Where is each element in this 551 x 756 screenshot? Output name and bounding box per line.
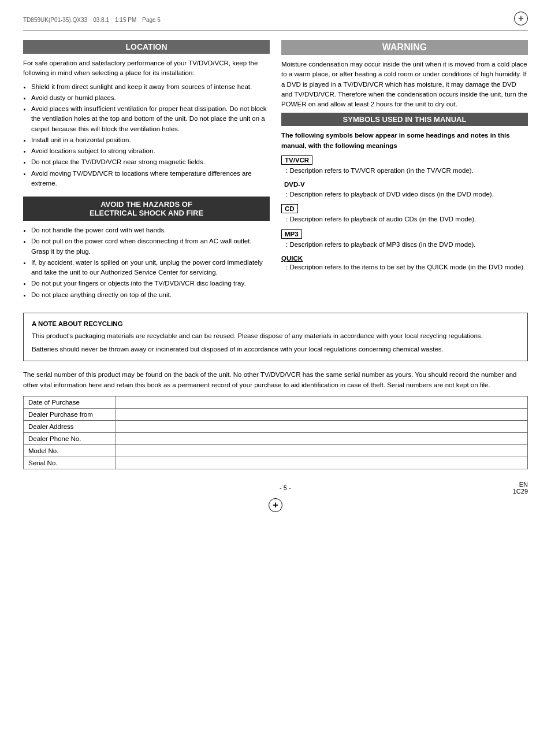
symbol-desc-tvcr: : Description refers to TV/VCR operation…	[281, 166, 528, 176]
table-cell-label: Dealer Address	[24, 421, 116, 433]
symbol-tag-cd: CD	[281, 204, 298, 213]
footer-page-number: - 5 -	[58, 484, 513, 491]
symbol-tvcr: TV/VCR : Description refers to TV/VCR op…	[281, 155, 528, 176]
list-item: Avoid locations subject to strong vibrat…	[31, 146, 270, 156]
symbols-header: SYMBOLS USED IN THIS MANUAL	[281, 113, 528, 126]
symbol-desc-dvd: : Description refers to playback of DVD …	[281, 190, 528, 199]
list-item: Shield it from direct sunlight and keep …	[31, 82, 270, 92]
list-item: Do not put your fingers or objects into …	[31, 279, 270, 288]
main-two-col: LOCATION For safe operation and satisfac…	[23, 40, 528, 303]
hazard-header-line1: AVOID THE HAZARDS OF	[100, 200, 192, 209]
crosshair-top-right: +	[514, 12, 528, 25]
table-row: Dealer Purchase from	[24, 409, 528, 421]
col-right: WARNING Moisture condensation may occur …	[281, 40, 528, 303]
crosshair-bottom: +	[23, 498, 528, 512]
symbol-tag-tvcr: TV/VCR	[281, 155, 312, 165]
hazard-header-line2: ELECTRICAL SHOCK AND FIRE	[90, 209, 203, 217]
list-item: If, by accident, water is spilled on you…	[31, 258, 270, 278]
table-cell-label: Dealer Purchase from	[24, 409, 116, 421]
table-row: Serial No.	[24, 457, 528, 469]
recycling-title: A NOTE ABOUT RECYCLING	[32, 319, 519, 329]
symbol-desc-quick: : Description refers to the items to be …	[281, 262, 528, 272]
table-cell-value	[116, 445, 528, 457]
warning-text: Moisture condensation may occur inside t…	[281, 60, 528, 109]
serial-text: The serial number of this product may be…	[23, 369, 528, 391]
symbol-tag-quick: QUICK	[281, 255, 303, 262]
crosshair-icon-top: +	[514, 12, 528, 25]
page-label: Page 5	[142, 17, 161, 23]
footer-right: EN 1C29	[513, 481, 528, 495]
time: 1:15 PM	[115, 17, 136, 23]
list-item: Do not place anything directly on top of…	[31, 290, 270, 300]
symbols-intro: The following symbols below appear in so…	[281, 131, 528, 151]
page: TD859UK(P01-35).QX33 03.8.1 1:15 PM Page…	[0, 0, 551, 756]
list-item: Avoid places with insufficient ventilati…	[31, 104, 270, 134]
location-header: LOCATION	[23, 40, 270, 54]
location-bullets: Shield it from direct sunlight and keep …	[23, 82, 270, 189]
table-row: Date of Purchase	[24, 396, 528, 409]
recycling-box: A NOTE ABOUT RECYCLING This product's pa…	[23, 313, 528, 361]
footer-code: 1C29	[513, 488, 528, 495]
table-cell-label: Model No.	[24, 445, 116, 457]
info-table-body: Date of PurchaseDealer Purchase fromDeal…	[24, 396, 528, 469]
symbol-tag-dvd: DVD-V	[281, 180, 308, 188]
table-row: Model No.	[24, 445, 528, 457]
table-cell-value	[116, 421, 528, 433]
table-cell-label: Date of Purchase	[24, 396, 116, 409]
table-cell-value	[116, 396, 528, 409]
table-row: Dealer Phone No.	[24, 433, 528, 445]
location-intro: For safe operation and satisfactory perf…	[23, 58, 270, 79]
top-bar-info: TD859UK(P01-35).QX33 03.8.1 1:15 PM Page…	[23, 12, 161, 28]
recycling-text1: This product's packaging materials are r…	[32, 331, 519, 341]
warning-header: WARNING	[281, 40, 528, 55]
symbol-desc-mp3: : Description refers to playback of MP3 …	[281, 240, 528, 250]
info-table: Date of PurchaseDealer Purchase fromDeal…	[23, 396, 528, 469]
symbol-tag-mp3: MP3	[281, 229, 302, 239]
list-item: Do not handle the power cord with wet ha…	[31, 225, 270, 235]
list-item: Avoid dusty or humid places.	[31, 93, 270, 103]
hazard-bullets: Do not handle the power cord with wet ha…	[23, 225, 270, 300]
recycling-text2: Batteries should never be thrown away or…	[32, 344, 519, 354]
list-item: Do not pull on the power cord when disco…	[31, 236, 270, 257]
table-cell-value	[116, 409, 528, 421]
symbol-cd: CD : Description refers to playback of a…	[281, 204, 528, 224]
symbol-quick: QUICK : Description refers to the items …	[281, 254, 528, 272]
table-cell-label: Serial No.	[24, 457, 116, 469]
table-row: Dealer Address	[24, 421, 528, 433]
list-item: Do not place the TV/DVD/VCR near strong …	[31, 157, 270, 167]
crosshair-icon-bottom: +	[269, 498, 282, 512]
date: 03.8.1	[93, 17, 109, 23]
list-item: Avoid moving TV/DVD/VCR to locations whe…	[31, 169, 270, 189]
hazard-header: AVOID THE HAZARDS OF ELECTRICAL SHOCK AN…	[23, 197, 270, 221]
footer-lang: EN	[519, 481, 528, 488]
list-item: Install unit in a horizontal position.	[31, 135, 270, 145]
symbol-desc-cd: : Description refers to playback of audi…	[281, 214, 528, 224]
col-left: LOCATION For safe operation and satisfac…	[23, 40, 270, 303]
symbol-mp3: MP3 : Description refers to playback of …	[281, 229, 528, 250]
table-cell-label: Dealer Phone No.	[24, 433, 116, 445]
symbol-dvd: DVD-V : Description refers to playback o…	[281, 180, 528, 199]
page-footer: - 5 - EN 1C29	[23, 481, 528, 495]
top-bar: TD859UK(P01-35).QX33 03.8.1 1:15 PM Page…	[23, 12, 528, 31]
filename: TD859UK(P01-35).QX33	[23, 17, 87, 23]
table-cell-value	[116, 433, 528, 445]
table-cell-value	[116, 457, 528, 469]
